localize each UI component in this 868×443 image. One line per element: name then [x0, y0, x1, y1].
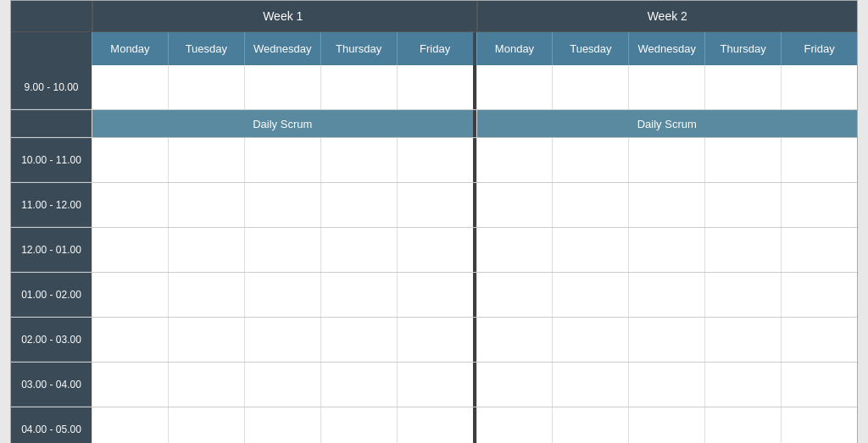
- w1-fri-13[interactable]: [397, 273, 473, 317]
- w2-mon-14[interactable]: [476, 318, 553, 362]
- time-16: 04.00 - 05.00: [11, 407, 92, 443]
- w1-thu-13[interactable]: [320, 273, 397, 317]
- w1-wed-9[interactable]: [244, 65, 320, 109]
- w2-thu-14[interactable]: [704, 318, 781, 362]
- w1-mon-15[interactable]: [92, 363, 168, 407]
- w1-thu-11[interactable]: [320, 183, 397, 227]
- w2-mon-15[interactable]: [476, 363, 553, 407]
- w2-wed-13[interactable]: [628, 273, 704, 317]
- row-14: 02.00 - 03.00: [11, 318, 857, 363]
- week1-header: Week 1: [92, 1, 473, 31]
- w1-tue-16[interactable]: [168, 407, 244, 443]
- w2-fri-14[interactable]: [781, 318, 857, 362]
- week1-thursday-header: Thursday: [320, 32, 397, 65]
- w2-tue-14[interactable]: [552, 318, 628, 362]
- w2-mon-16[interactable]: [476, 407, 553, 443]
- w1-tue-11[interactable]: [168, 183, 244, 227]
- w1-thu-12[interactable]: [320, 228, 397, 272]
- time-11: 11.00 - 12.00: [11, 183, 92, 227]
- w1-thu-9[interactable]: [320, 65, 397, 109]
- w1-mon-13[interactable]: [92, 273, 168, 317]
- week2-monday-header: Monday: [476, 32, 553, 65]
- w2-mon-13[interactable]: [476, 273, 553, 317]
- w1-tue-14[interactable]: [168, 318, 244, 362]
- w2-mon-12[interactable]: [476, 228, 553, 272]
- w1-wed-15[interactable]: [244, 363, 320, 407]
- w1-tue-9[interactable]: [168, 65, 244, 109]
- w2-wed-16[interactable]: [628, 407, 704, 443]
- w1-mon-10[interactable]: [92, 138, 168, 182]
- row-9: 9.00 - 10.00: [11, 65, 857, 110]
- w1-wed-11[interactable]: [244, 183, 320, 227]
- w1-thu-10[interactable]: [320, 138, 397, 182]
- w2-tue-10[interactable]: [552, 138, 628, 182]
- w1-mon-11[interactable]: [92, 183, 168, 227]
- w2-tue-11[interactable]: [552, 183, 628, 227]
- day-headers: Monday Tuesday Wednesday Thursday Friday…: [11, 31, 857, 65]
- w1-tue-13[interactable]: [168, 273, 244, 317]
- w2-wed-14[interactable]: [628, 318, 704, 362]
- w1-fri-16[interactable]: [397, 407, 473, 443]
- w2-thu-9[interactable]: [704, 65, 781, 109]
- w1-fri-11[interactable]: [397, 183, 473, 227]
- week2-label: Week 2: [648, 9, 687, 23]
- w2-thu-15[interactable]: [704, 363, 781, 407]
- w2-wed-12[interactable]: [628, 228, 704, 272]
- w1-fri-9[interactable]: [397, 65, 473, 109]
- w1-tue-15[interactable]: [168, 363, 244, 407]
- w1-fri-15[interactable]: [397, 363, 473, 407]
- w2-tue-13[interactable]: [552, 273, 628, 317]
- w2-fri-11[interactable]: [781, 183, 857, 227]
- w2-wed-10[interactable]: [628, 138, 704, 182]
- w2-thu-13[interactable]: [704, 273, 781, 317]
- scrum-time: [11, 110, 92, 137]
- w1-thu-14[interactable]: [320, 318, 397, 362]
- w1-thu-16[interactable]: [320, 407, 397, 443]
- w1-tue-10[interactable]: [168, 138, 244, 182]
- w2-fri-12[interactable]: [781, 228, 857, 272]
- week2-thursday-header: Thursday: [704, 32, 781, 65]
- w1-wed-10[interactable]: [244, 138, 320, 182]
- w2-tue-12[interactable]: [552, 228, 628, 272]
- w2-wed-9[interactable]: [628, 65, 704, 109]
- w2-thu-12[interactable]: [704, 228, 781, 272]
- w2-mon-11[interactable]: [476, 183, 553, 227]
- w1-mon-12[interactable]: [92, 228, 168, 272]
- w1-fri-14[interactable]: [397, 318, 473, 362]
- w2-fri-15[interactable]: [781, 363, 857, 407]
- w2-wed-11[interactable]: [628, 183, 704, 227]
- w2-thu-16[interactable]: [704, 407, 781, 443]
- w2-thu-10[interactable]: [704, 138, 781, 182]
- w1-thu-15[interactable]: [320, 363, 397, 407]
- w1-fri-10[interactable]: [397, 138, 473, 182]
- w2-fri-13[interactable]: [781, 273, 857, 317]
- w2-scrum: Daily Scrum: [476, 110, 858, 137]
- scrum-row: Daily Scrum Daily Scrum: [11, 110, 857, 138]
- w2-fri-16[interactable]: [781, 407, 857, 443]
- week1-wednesday-header: Wednesday: [244, 32, 320, 65]
- w2-fri-9[interactable]: [781, 65, 857, 109]
- w1-mon-16[interactable]: [92, 407, 168, 443]
- time-14: 02.00 - 03.00: [11, 318, 92, 362]
- week-headers: Week 1 Week 2: [11, 1, 857, 31]
- w2-tue-9[interactable]: [552, 65, 628, 109]
- w2-wed-15[interactable]: [628, 363, 704, 407]
- w1-wed-14[interactable]: [244, 318, 320, 362]
- row-16: 04.00 - 05.00: [11, 407, 857, 443]
- w2-mon-9[interactable]: [476, 65, 553, 109]
- w2-thu-11[interactable]: [704, 183, 781, 227]
- w1-wed-12[interactable]: [244, 228, 320, 272]
- w1-wed-13[interactable]: [244, 273, 320, 317]
- w1-mon-9[interactable]: [92, 65, 168, 109]
- w2-mon-10[interactable]: [476, 138, 553, 182]
- week2-wednesday-header: Wednesday: [628, 32, 704, 65]
- w2-tue-15[interactable]: [552, 363, 628, 407]
- time-col-header: [11, 1, 92, 31]
- week2-friday-header: Friday: [781, 32, 857, 65]
- w2-fri-10[interactable]: [781, 138, 857, 182]
- w1-wed-16[interactable]: [244, 407, 320, 443]
- w1-fri-12[interactable]: [397, 228, 473, 272]
- w1-mon-14[interactable]: [92, 318, 168, 362]
- w1-tue-12[interactable]: [168, 228, 244, 272]
- w2-tue-16[interactable]: [552, 407, 628, 443]
